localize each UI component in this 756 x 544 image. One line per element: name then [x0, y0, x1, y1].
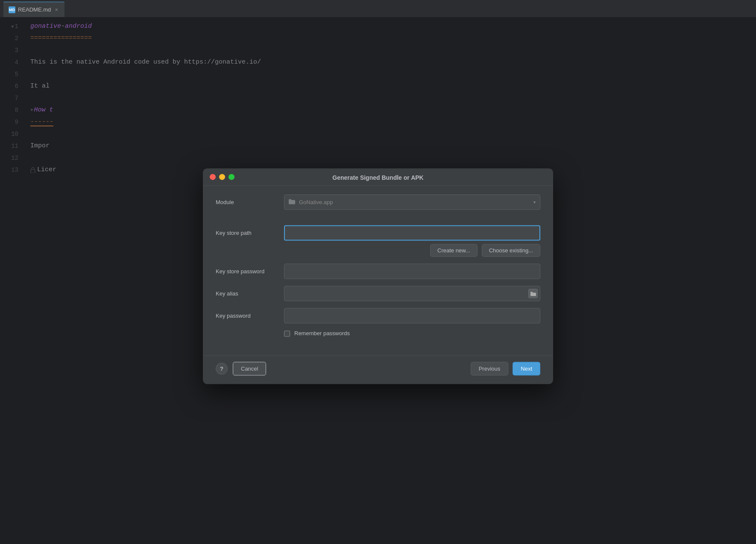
help-button[interactable]: ? — [216, 363, 228, 374]
key-store-password-field — [284, 263, 540, 279]
key-password-label: Key password — [216, 313, 284, 319]
tab-bar: MD README.md × — [0, 0, 756, 17]
close-traffic-light[interactable] — [210, 174, 216, 180]
tab-close-button[interactable]: × — [53, 7, 59, 13]
traffic-lights — [210, 174, 234, 180]
minimize-traffic-light[interactable] — [219, 174, 225, 180]
remember-passwords-checkbox[interactable] — [284, 330, 290, 336]
key-alias-field — [284, 286, 540, 301]
choose-existing-button[interactable]: Choose existing... — [482, 244, 540, 257]
create-new-button[interactable]: Create new... — [430, 244, 478, 257]
readme-tab[interactable]: MD README.md × — [3, 2, 64, 17]
folder-browse-icon — [530, 291, 536, 296]
tab-title: README.md — [18, 6, 51, 13]
key-alias-input[interactable] — [284, 286, 540, 301]
module-value: GoNative.app — [299, 199, 333, 205]
keystore-buttons-row: Create new... Choose existing... — [284, 244, 540, 257]
cancel-button[interactable]: Cancel — [233, 362, 266, 375]
module-select-text: GoNative.app — [289, 199, 333, 205]
remember-passwords-label[interactable]: Remember passwords — [294, 330, 350, 336]
key-alias-label: Key alias — [216, 290, 284, 297]
key-store-path-input[interactable] — [284, 225, 540, 240]
key-store-password-row: Key store password — [216, 263, 540, 279]
chevron-down-icon: ▾ — [533, 200, 536, 205]
dialog-title: Generate Signed Bundle or APK — [332, 174, 423, 181]
key-password-input[interactable] — [284, 308, 540, 323]
module-row: Module GoNative.app ▾ — [216, 194, 540, 210]
svg-rect-2 — [289, 199, 291, 201]
module-folder-icon — [289, 199, 296, 205]
dialog-titlebar: Generate Signed Bundle or APK — [203, 168, 553, 186]
module-label: Module — [216, 199, 284, 205]
dialog-footer: ? Cancel Previous Next — [203, 355, 553, 384]
footer-right: Previous Next — [471, 362, 540, 375]
key-alias-browse-button[interactable] — [528, 289, 538, 298]
dialog-overlay: Generate Signed Bundle or APK Module — [0, 17, 756, 544]
next-button[interactable]: Next — [513, 362, 540, 375]
key-store-password-input[interactable] — [284, 263, 540, 279]
svg-rect-4 — [530, 292, 533, 293]
generate-signed-dialog: Generate Signed Bundle or APK Module — [203, 168, 553, 384]
key-store-password-label: Key store password — [216, 268, 284, 275]
key-password-row: Key password — [216, 308, 540, 323]
dialog-body: Module GoNative.app ▾ — [203, 186, 553, 355]
key-store-path-label: Key store path — [216, 230, 284, 236]
module-field: GoNative.app ▾ — [284, 194, 540, 210]
module-select[interactable]: GoNative.app ▾ — [284, 194, 540, 210]
maximize-traffic-light[interactable] — [229, 174, 234, 180]
key-store-path-field — [284, 225, 540, 240]
key-password-field — [284, 308, 540, 323]
remember-passwords-row: Remember passwords — [284, 330, 540, 336]
key-alias-row: Key alias — [216, 286, 540, 301]
key-store-path-row: Key store path — [216, 225, 540, 240]
previous-button[interactable]: Previous — [471, 362, 509, 375]
footer-left: ? Cancel — [216, 362, 266, 375]
md-file-icon: MD — [9, 6, 15, 13]
